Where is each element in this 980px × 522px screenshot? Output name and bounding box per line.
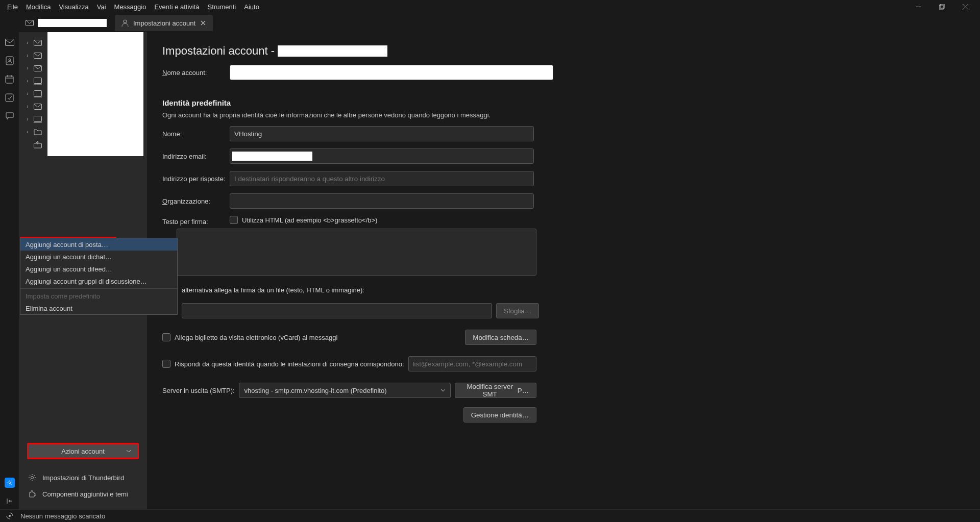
svg-rect-0	[916, 7, 921, 7]
sidebar-addons[interactable]: Componenti aggiuntivi e temi	[19, 486, 147, 502]
edit-vcard-button[interactable]: Modifica scheda…	[465, 330, 536, 345]
chevron-right-icon: ›	[25, 40, 30, 45]
menu-separator	[20, 288, 177, 289]
feeds-icon	[33, 77, 42, 86]
sidebar-thunderbird-settings[interactable]: Impostazioni di Thunderbird	[19, 469, 147, 486]
account-actions-button[interactable]: Azioni account	[27, 443, 139, 459]
reply-label: Indirizzo per risposte:	[162, 175, 230, 183]
menu-messaggio[interactable]: Messaggio	[110, 2, 151, 12]
organization-input[interactable]	[230, 193, 534, 209]
mail-icon	[26, 19, 34, 27]
outgoing-icon	[33, 140, 42, 150]
svg-rect-18	[34, 78, 42, 83]
gear-icon	[28, 474, 36, 482]
alt-signature-label: alternativa allega la firma da un file (…	[182, 286, 965, 294]
svg-rect-5	[5, 39, 14, 46]
browse-button[interactable]: Sfoglia…	[496, 303, 539, 318]
menubar: File Modifica Visualizza Vai Messaggio E…	[0, 0, 980, 14]
chat-rail-icon[interactable]	[5, 111, 15, 121]
settings-rail-icon[interactable]	[5, 478, 15, 488]
sidebar-item-label: Impostazioni di Thunderbird	[42, 474, 124, 482]
sidebar-item-label: Componenti aggiuntivi e temi	[42, 490, 128, 498]
account-actions-label: Azioni account	[61, 448, 105, 455]
delivery-headers-input[interactable]	[408, 356, 536, 371]
cm-add-feed-account[interactable]: Aggiungi un account di feed…	[20, 263, 177, 275]
identity-description: Ogni account ha la propria identità cioè…	[162, 111, 965, 119]
window-maximize-icon[interactable]	[930, 0, 953, 14]
name-label: Nome:	[162, 130, 230, 138]
mail-icon	[33, 51, 42, 60]
svg-point-13	[9, 482, 11, 484]
menu-vai[interactable]: Vai	[93, 2, 110, 12]
signature-file-input[interactable]	[182, 303, 492, 318]
cm-add-chat-account[interactable]: Aggiungi un account di chat…	[20, 251, 177, 263]
feeds-icon	[33, 89, 42, 98]
redacted-tree-labels	[47, 32, 143, 156]
svg-rect-1	[939, 5, 943, 9]
window-close-icon[interactable]	[953, 0, 977, 14]
use-html-checkbox[interactable]	[230, 216, 238, 224]
mail-icon	[33, 102, 42, 111]
svg-rect-2	[940, 4, 944, 8]
manage-identities-button[interactable]: Gestione identità…	[463, 407, 536, 422]
email-label: Indirizzo email:	[162, 153, 230, 160]
menu-visualizza[interactable]: Visualizza	[55, 2, 92, 12]
reply-from-identity-checkbox[interactable]	[162, 360, 170, 368]
chevron-down-icon	[126, 450, 131, 453]
redacted-account-label	[38, 19, 107, 27]
puzzle-icon	[28, 490, 36, 498]
cm-add-mail-account[interactable]: Aggiungi account di posta…	[20, 238, 177, 251]
svg-rect-19	[34, 90, 42, 96]
signature-textarea[interactable]	[177, 229, 536, 276]
organization-label: Organizzazione:	[162, 197, 230, 205]
menu-aiuto[interactable]: Aiuto	[240, 2, 263, 12]
menu-strumenti[interactable]: Strumenti	[204, 2, 240, 12]
name-input[interactable]	[230, 126, 534, 141]
calendar-rail-icon[interactable]	[5, 74, 15, 84]
left-rail	[0, 32, 19, 509]
cm-add-news-account[interactable]: Aggiungi account gruppi di discussione…	[20, 275, 177, 287]
reply-address-input[interactable]	[230, 171, 534, 186]
tasks-rail-icon[interactable]	[5, 92, 15, 103]
menu-file[interactable]: File	[3, 2, 22, 12]
page-title: Impostazioni account -	[162, 44, 965, 58]
svg-rect-21	[34, 116, 42, 121]
mail-rail-icon[interactable]	[5, 37, 15, 47]
statusbar: Nessun messaggio scaricato	[0, 509, 980, 522]
redacted-email	[232, 152, 312, 161]
menu-eventi[interactable]: Eventi e attività	[150, 2, 203, 12]
vcard-label: Allega biglietto da visita elettronico (…	[175, 334, 337, 341]
svg-point-24	[9, 515, 11, 517]
close-icon[interactable]	[200, 19, 207, 27]
redacted-account-name	[278, 45, 387, 57]
vcard-checkbox[interactable]	[162, 333, 170, 341]
account-actions-menu: Aggiungi account di posta… Aggiungi un a…	[20, 238, 178, 315]
edit-smtp-button[interactable]: Modifica server SMTP…	[455, 383, 536, 398]
smtp-select[interactable]: vhosting - smtp.crm.vhosting-it.com (Pre…	[239, 383, 451, 398]
menu-modifica[interactable]: Modifica	[22, 2, 55, 12]
signature-label: Testo per firma:	[162, 216, 230, 226]
collapse-rail-icon[interactable]	[5, 496, 15, 506]
svg-point-4	[124, 20, 127, 23]
tab-account-settings[interactable]: Impostazioni account	[115, 15, 213, 31]
mail-icon	[33, 64, 42, 73]
address-book-rail-icon[interactable]	[5, 56, 15, 66]
window-minimize-icon[interactable]	[906, 0, 930, 14]
feeds-icon	[33, 115, 42, 124]
content-pane: Impostazioni account - Nome account: Ide…	[147, 32, 980, 509]
mail-icon	[33, 38, 42, 47]
svg-rect-12	[6, 94, 13, 102]
svg-rect-8	[6, 76, 13, 83]
tab-mail[interactable]	[19, 15, 113, 31]
sync-icon[interactable]	[6, 512, 13, 519]
chevron-down-icon	[440, 389, 446, 392]
account-settings-icon	[121, 19, 129, 27]
tabbar: Impostazioni account	[0, 14, 980, 32]
cm-set-default: Imposta come predefinito	[20, 290, 177, 302]
smtp-label: Server in uscita (SMTP):	[162, 387, 235, 394]
account-tree: › › › › › › › › ›	[19, 32, 147, 440]
status-text: Nessun messaggio scaricato	[20, 512, 105, 520]
account-name-label: Nome account:	[162, 69, 230, 77]
account-name-input[interactable]	[230, 65, 553, 80]
cm-delete-account[interactable]: Elimina account	[20, 302, 177, 314]
